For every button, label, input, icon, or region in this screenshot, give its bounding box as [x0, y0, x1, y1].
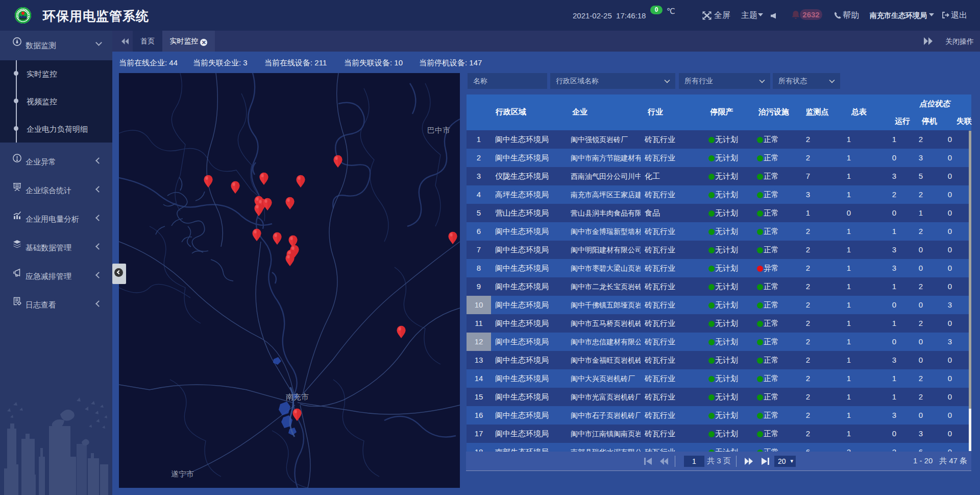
- svg-text:南充市: 南充市: [286, 392, 309, 401]
- svg-text:巴中市: 巴中市: [427, 126, 450, 134]
- svg-text:遂宁市: 遂宁市: [171, 469, 194, 478]
